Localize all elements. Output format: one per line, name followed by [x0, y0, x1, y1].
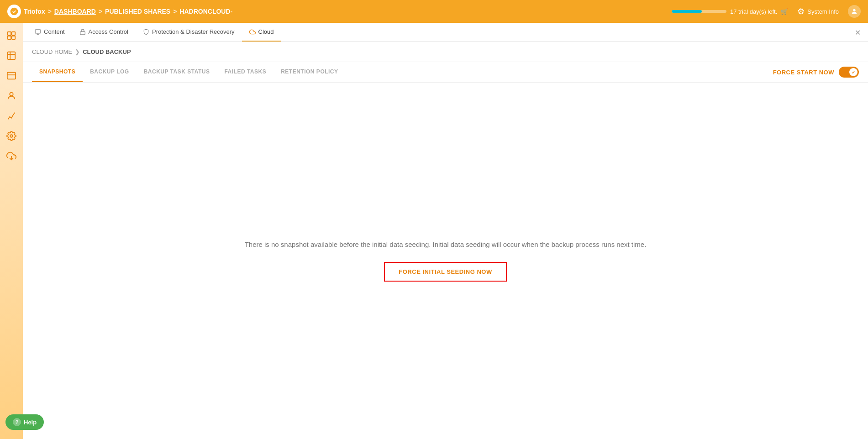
trial-badge: 17 trial day(s) left. 🛒	[672, 8, 788, 15]
sidebar-item-settings[interactable]	[3, 128, 20, 144]
help-label: Help	[24, 419, 37, 426]
svg-rect-4	[8, 36, 11, 39]
svg-rect-6	[8, 52, 16, 60]
logo	[7, 5, 21, 18]
tab-cloud[interactable]: Cloud	[242, 23, 281, 42]
inner-tab-right: FORCE START NOW	[773, 67, 859, 78]
tab-protection[interactable]: Protection & Disaster Recovery	[136, 23, 242, 42]
main-layout: Content Access Control Protection & Disa…	[0, 23, 868, 439]
page-body: There is no snapshot available before th…	[23, 83, 868, 439]
sidebar-item-download[interactable]	[3, 148, 20, 164]
sep2: >	[99, 8, 102, 15]
inner-tab-backup-log[interactable]: BACKUP LOG	[83, 62, 136, 82]
inner-tab-snapshots[interactable]: SNAPSHOTS	[32, 62, 83, 82]
svg-point-1	[853, 9, 855, 11]
tab-content[interactable]: Content	[27, 23, 72, 42]
svg-point-0	[11, 8, 18, 16]
breadcrumb-separator: ❯	[75, 48, 80, 55]
trial-label: 17 trial day(s) left.	[730, 8, 777, 15]
close-all-tabs-button[interactable]: ✕	[855, 28, 861, 37]
breadcrumb: CLOUD HOME ❯ CLOUD BACKUP	[23, 42, 868, 62]
gear-icon: ⚙	[797, 6, 805, 16]
svg-rect-5	[12, 36, 15, 39]
brand-name: Triofox	[24, 8, 45, 15]
svg-rect-14	[35, 29, 41, 33]
nav-hadroncloud[interactable]: HADRONCLOUD-	[179, 8, 232, 15]
top-nav: Triofox > DASHBOARD > PUBLISHED SHARES >…	[0, 0, 868, 23]
sidebar-item-dashboard[interactable]	[3, 27, 20, 44]
top-nav-left: Triofox > DASHBOARD > PUBLISHED SHARES >…	[7, 5, 232, 18]
force-start-toggle[interactable]	[839, 67, 859, 78]
sidebar-item-library[interactable]	[3, 68, 20, 84]
force-initial-seeding-button[interactable]: FORCE INITIAL SEEDING NOW	[384, 262, 506, 282]
content-area: Content Access Control Protection & Disa…	[23, 23, 868, 439]
sidebar-item-files[interactable]	[3, 47, 20, 64]
nav-published-shares[interactable]: PUBLISHED SHARES	[105, 8, 170, 15]
top-nav-right: 17 trial day(s) left. 🛒 ⚙ System Info	[672, 5, 861, 18]
inner-tab-failed-tasks[interactable]: FAILED TASKS	[217, 62, 274, 82]
system-info-label: System Info	[807, 8, 839, 15]
user-avatar[interactable]	[848, 5, 861, 18]
system-info[interactable]: ⚙ System Info	[797, 6, 839, 16]
trial-progress-inner	[672, 10, 702, 13]
help-icon: ?	[13, 418, 21, 426]
breadcrumb-current: CLOUD BACKUP	[83, 48, 131, 55]
help-button[interactable]: ? Help	[5, 414, 44, 430]
sep3: >	[173, 8, 177, 15]
svg-rect-17	[80, 31, 85, 34]
no-snapshot-message: There is no snapshot available before th…	[245, 240, 647, 248]
tab-bar: Content Access Control Protection & Disa…	[23, 23, 868, 42]
svg-rect-3	[12, 32, 15, 35]
inner-tab-retention-policy[interactable]: RETENTION POLICY	[274, 62, 345, 82]
svg-point-11	[10, 93, 13, 96]
sep1: >	[48, 8, 52, 15]
toggle-knob	[849, 68, 857, 76]
force-start-now-button[interactable]: FORCE START NOW	[773, 69, 834, 76]
breadcrumb-home[interactable]: CLOUD HOME	[32, 48, 72, 55]
cart-icon[interactable]: 🛒	[781, 8, 788, 15]
inner-tab-backup-task-status[interactable]: BACKUP TASK STATUS	[137, 62, 217, 82]
sidebar-item-analytics[interactable]	[3, 108, 20, 124]
inner-tab-bar: SNAPSHOTS BACKUP LOG BACKUP TASK STATUS …	[23, 62, 868, 83]
sidebar-item-users[interactable]	[3, 88, 20, 104]
sidebar	[0, 23, 23, 439]
tab-access-control[interactable]: Access Control	[72, 23, 136, 42]
svg-point-12	[10, 135, 13, 137]
trial-progress-bar	[672, 10, 726, 13]
svg-rect-2	[8, 32, 11, 35]
svg-rect-9	[7, 73, 16, 79]
nav-dashboard[interactable]: DASHBOARD	[54, 8, 96, 15]
